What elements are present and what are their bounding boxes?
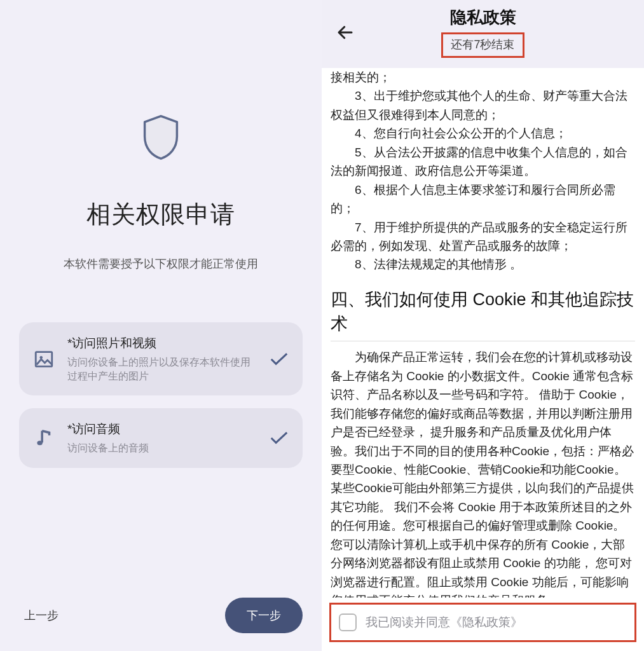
- page-subtitle: 本软件需要授予以下权限才能正常使用: [64, 256, 258, 271]
- policy-item-3: 3、出于维护您或其他个人的生命、财产等重大合法权益但又很难得到本人同意的；: [331, 86, 635, 124]
- consent-label: 我已阅读并同意《隐私政策》: [366, 614, 523, 631]
- page-title: 相关权限申请: [86, 198, 235, 231]
- policy-item-8: 8、法律法规规定的其他情形 。: [331, 255, 635, 273]
- music-note-icon: [33, 427, 55, 449]
- section-4-title: 四、我们如何使用 Cookie 和其他追踪技术: [331, 288, 635, 342]
- next-button[interactable]: 下一步: [225, 598, 303, 633]
- permission-desc: 访问你设备上的照片以及保存本软件使用过程中产生的图片: [67, 355, 257, 383]
- permissions-list: *访问照片和视频 访问你设备上的照片以及保存本软件使用过程中产生的图片 *访问音…: [0, 322, 322, 468]
- previous-button[interactable]: 上一步: [19, 600, 64, 631]
- permission-text: *访问照片和视频 访问你设备上的照片以及保存本软件使用过程中产生的图片: [67, 335, 257, 383]
- header-bar: 隐私政策 还有7秒结束: [322, 0, 644, 68]
- countdown-text: 还有7秒结束: [451, 38, 514, 51]
- policy-item-7: 7、用于维护所提供的产品或服务的安全稳定运行所必需的，例如发现、处置产品或服务的…: [331, 218, 635, 256]
- privacy-policy-screen: 隐私政策 还有7秒结束 接相关的； 3、出于维护您或其他个人的生命、财产等重大合…: [322, 0, 644, 651]
- hero-section: 相关权限申请 本软件需要授予以下权限才能正常使用: [0, 0, 322, 271]
- check-icon: [270, 352, 289, 366]
- bottom-nav: 上一步 下一步: [0, 582, 322, 651]
- cookie-paragraph: 为确保产品正常运转，我们会在您的计算机或移动设备上存储名为 Cookie 的小数…: [331, 348, 635, 598]
- countdown-highlight: 还有7秒结束: [441, 32, 524, 58]
- header-title: 隐私政策: [332, 6, 634, 29]
- permission-title: *访问照片和视频: [67, 335, 257, 352]
- consent-checkbox[interactable]: [339, 613, 357, 631]
- shield-icon: [142, 114, 180, 160]
- svg-rect-0: [36, 352, 52, 366]
- permission-text: *访问音频 访问设备上的音频: [67, 421, 257, 455]
- consent-footer-highlight: 我已阅读并同意《隐私政策》: [329, 603, 636, 642]
- back-arrow-icon[interactable]: [336, 23, 355, 42]
- permission-item-audio[interactable]: *访问音频 访问设备上的音频: [19, 408, 303, 468]
- permission-item-photos[interactable]: *访问照片和视频 访问你设备上的照片以及保存本软件使用过程中产生的图片: [19, 322, 303, 395]
- header-center: 隐私政策 还有7秒结束: [332, 6, 634, 58]
- policy-fragment: 接相关的；: [331, 68, 635, 86]
- permission-title: *访问音频: [67, 421, 257, 437]
- permissions-screen: 相关权限申请 本软件需要授予以下权限才能正常使用 *访问照片和视频 访问你设备上…: [0, 0, 322, 651]
- policy-item-4: 4、您自行向社会公众公开的个人信息；: [331, 124, 635, 142]
- photo-icon: [33, 348, 55, 370]
- permission-desc: 访问设备上的音频: [67, 441, 257, 455]
- check-icon: [270, 431, 289, 445]
- policy-item-6: 6、根据个人信息主体要求签订和履行合同所必需的；: [331, 181, 635, 218]
- svg-point-2: [37, 441, 43, 445]
- policy-content[interactable]: 接相关的； 3、出于维护您或其他个人的生命、财产等重大合法权益但又很难得到本人同…: [322, 68, 644, 598]
- policy-item-5: 5、从合法公开披露的信息中收集个人信息的，如合法的新闻报道、政府信息公开等渠道。: [331, 143, 635, 181]
